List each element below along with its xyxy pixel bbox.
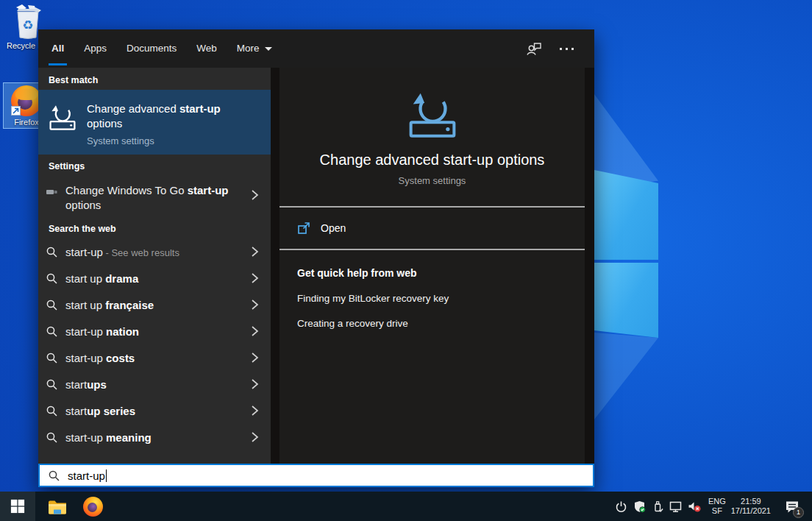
clock[interactable]: 21:59 17/11/2021 bbox=[731, 497, 771, 516]
taskbar: ENG SF 21:59 17/11/2021 1 bbox=[0, 492, 812, 521]
shortcut-arrow-icon bbox=[11, 106, 21, 116]
chevron-right-icon bbox=[250, 299, 259, 311]
search-input[interactable]: start-up bbox=[38, 464, 594, 487]
network-icon[interactable] bbox=[667, 492, 685, 521]
chevron-right-icon bbox=[250, 352, 259, 364]
system-tray: ENG SF 21:59 17/11/2021 1 bbox=[612, 492, 812, 521]
text-cursor bbox=[106, 469, 107, 482]
search-icon bbox=[46, 378, 58, 391]
firefox-label: Firefox bbox=[14, 118, 39, 127]
power-tray-icon[interactable] bbox=[612, 492, 630, 521]
start-icon bbox=[10, 499, 25, 514]
settings-result[interactable]: Change Windows To Go start-up options bbox=[38, 176, 271, 217]
web-suggestion-row[interactable]: startups bbox=[38, 371, 271, 397]
chevron-right-icon bbox=[250, 246, 259, 258]
preview-pane: Change advanced start-up options System … bbox=[279, 68, 585, 464]
best-match-section-header: Best match bbox=[38, 68, 271, 90]
tab-documents[interactable]: Documents bbox=[127, 29, 177, 68]
web-suggestion-row[interactable]: startup series bbox=[38, 397, 271, 424]
web-suggestion-row[interactable]: start-up meaning bbox=[38, 424, 271, 450]
best-match-result[interactable]: Change advanced start-up options System … bbox=[38, 90, 271, 155]
search-results-list: Best match Change advanced start-up opti… bbox=[38, 68, 271, 464]
windows-search-flyout: All Apps Documents Web More Best match bbox=[38, 29, 594, 487]
search-icon bbox=[46, 352, 58, 364]
restart-icon bbox=[49, 103, 76, 132]
settings-section-header: Settings bbox=[38, 155, 271, 176]
search-icon bbox=[46, 431, 58, 444]
firefox-taskbar-button[interactable] bbox=[75, 492, 110, 521]
svg-text:♻: ♻ bbox=[22, 18, 33, 32]
wallpaper-light-beam bbox=[594, 333, 658, 419]
preview-title: Change advanced start-up options bbox=[320, 152, 545, 169]
web-suggestion-row[interactable]: start up française bbox=[38, 291, 271, 318]
search-icon bbox=[46, 246, 58, 258]
help-section-header: Get quick help from web bbox=[297, 267, 567, 279]
windows-logo-pane bbox=[594, 263, 658, 339]
security-shield-icon[interactable] bbox=[630, 492, 649, 521]
search-icon bbox=[48, 469, 60, 482]
restart-icon bbox=[407, 93, 457, 138]
action-center-button[interactable]: 1 bbox=[783, 492, 802, 521]
usb-eject-icon[interactable] bbox=[649, 492, 667, 521]
usb-drive-icon bbox=[46, 185, 58, 198]
chevron-right-icon bbox=[250, 325, 259, 337]
tab-all[interactable]: All bbox=[51, 29, 64, 68]
file-explorer-button[interactable] bbox=[40, 492, 75, 521]
open-label: Open bbox=[321, 222, 346, 234]
search-filter-tabs: All Apps Documents Web More bbox=[38, 29, 594, 68]
search-icon bbox=[46, 272, 58, 285]
language-indicator[interactable]: ENG SF bbox=[708, 497, 726, 516]
help-link-recovery-drive[interactable]: Creating a recovery drive bbox=[297, 318, 567, 329]
chevron-right-icon bbox=[250, 189, 259, 201]
tab-web[interactable]: Web bbox=[196, 29, 217, 68]
more-options-icon[interactable] bbox=[560, 48, 574, 50]
web-suggestion-row[interactable]: start-up costs bbox=[38, 344, 271, 371]
web-suggestion-row[interactable]: start up drama bbox=[38, 265, 271, 291]
desktop: ♻ Recycle Bin Firefox All Apps Documents… bbox=[0, 0, 812, 521]
chevron-right-icon bbox=[250, 405, 259, 417]
search-icon bbox=[46, 405, 58, 417]
open-external-icon bbox=[297, 221, 310, 235]
open-action[interactable]: Open bbox=[279, 208, 585, 249]
preview-subtitle: System settings bbox=[399, 175, 466, 186]
chevron-down-icon bbox=[265, 47, 272, 51]
tab-more[interactable]: More bbox=[237, 29, 272, 68]
best-match-subtitle: System settings bbox=[87, 135, 221, 146]
preview-pane-gutter: Change advanced start-up options System … bbox=[271, 68, 594, 464]
chevron-right-icon bbox=[250, 272, 259, 284]
firefox-icon bbox=[83, 497, 103, 517]
search-icon bbox=[46, 299, 58, 311]
web-suggestion-row[interactable]: start-up nation bbox=[38, 318, 271, 344]
help-link-bitlocker[interactable]: Finding my BitLocker recovery key bbox=[297, 293, 567, 304]
volume-muted-icon[interactable] bbox=[685, 492, 704, 521]
windows-logo-pane bbox=[594, 168, 658, 260]
web-suggestion-row[interactable]: start-up - See web results bbox=[38, 238, 271, 265]
tab-apps[interactable]: Apps bbox=[84, 29, 107, 68]
chevron-right-icon bbox=[250, 431, 259, 443]
file-explorer-icon bbox=[48, 499, 67, 514]
start-button[interactable] bbox=[0, 492, 35, 521]
search-icon bbox=[46, 325, 58, 338]
notification-badge: 1 bbox=[793, 507, 804, 518]
search-query-text: start-up bbox=[68, 469, 105, 482]
feedback-icon[interactable] bbox=[526, 41, 542, 57]
chevron-right-icon bbox=[250, 378, 259, 390]
web-section-header: Search the web bbox=[38, 217, 271, 238]
